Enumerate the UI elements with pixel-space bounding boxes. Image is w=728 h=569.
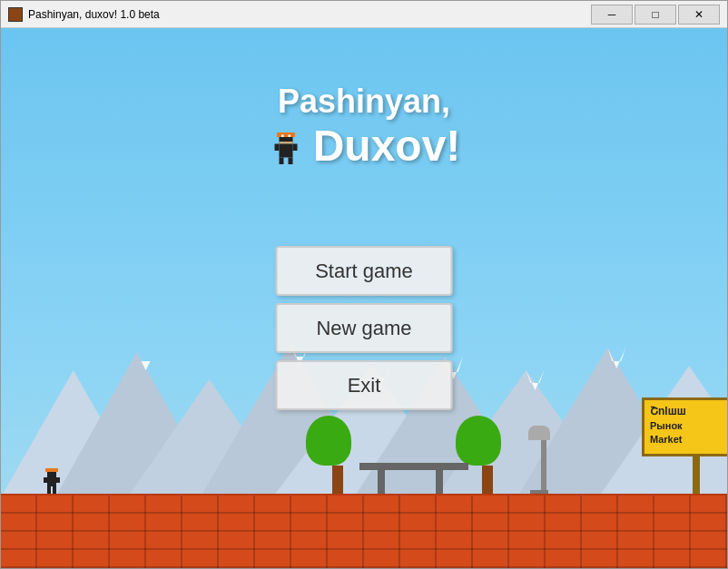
svg-rect-19 xyxy=(281,134,284,137)
window-title: Pashinyan, duxov! 1.0 beta xyxy=(28,8,591,21)
svg-rect-23 xyxy=(279,157,283,164)
maximize-button[interactable]: □ xyxy=(635,5,676,25)
sign-board: Շnlшш Рынок Market → xyxy=(642,397,727,456)
title-line1: Pashinyan, xyxy=(1,83,727,121)
sign-line2: Рынок xyxy=(650,419,727,433)
ninja-sprite xyxy=(268,128,304,164)
svg-rect-18 xyxy=(279,137,292,142)
platform xyxy=(359,463,468,497)
title-bar: Pashinyan, duxov! 1.0 beta ─ □ ✕ xyxy=(1,1,727,28)
svg-rect-40 xyxy=(53,486,56,494)
menu-buttons: Start game New game Exit xyxy=(276,246,453,410)
close-button[interactable]: ✕ xyxy=(678,5,720,25)
tree-right xyxy=(473,416,501,497)
app-window: Pashinyan, duxov! 1.0 beta ─ □ ✕ xyxy=(0,0,728,569)
svg-rect-36 xyxy=(47,476,56,486)
svg-rect-38 xyxy=(56,477,60,483)
tree-left xyxy=(323,416,351,497)
svg-rect-39 xyxy=(47,486,51,494)
lamppost xyxy=(536,426,550,497)
exit-button[interactable]: Exit xyxy=(276,360,453,410)
game-title: Pashinyan, xyxy=(1,83,727,171)
svg-rect-34 xyxy=(45,468,58,472)
minimize-button[interactable]: ─ xyxy=(591,5,633,25)
svg-rect-21 xyxy=(274,143,279,151)
svg-rect-35 xyxy=(47,472,56,476)
svg-rect-22 xyxy=(292,143,297,151)
svg-rect-20 xyxy=(288,134,290,137)
sign-ninja xyxy=(726,427,727,452)
ground-ninja-sprite xyxy=(39,468,64,494)
new-game-button[interactable]: New game xyxy=(276,303,453,353)
app-icon xyxy=(8,7,23,22)
svg-rect-15 xyxy=(279,142,292,158)
market-sign: Շnlшш Рынок Market → xyxy=(693,452,700,497)
start-game-button[interactable]: Start game xyxy=(276,246,453,296)
game-area: Pashinyan, xyxy=(1,28,727,568)
window-controls: ─ □ ✕ xyxy=(591,5,720,25)
sign-line1: Շnlшш xyxy=(650,404,727,419)
svg-rect-17 xyxy=(277,132,295,137)
svg-rect-37 xyxy=(44,477,47,483)
title-line2: Duxov! xyxy=(1,121,727,171)
sign-line3: Market xyxy=(650,433,727,446)
ground xyxy=(1,495,727,568)
svg-rect-24 xyxy=(288,157,292,164)
